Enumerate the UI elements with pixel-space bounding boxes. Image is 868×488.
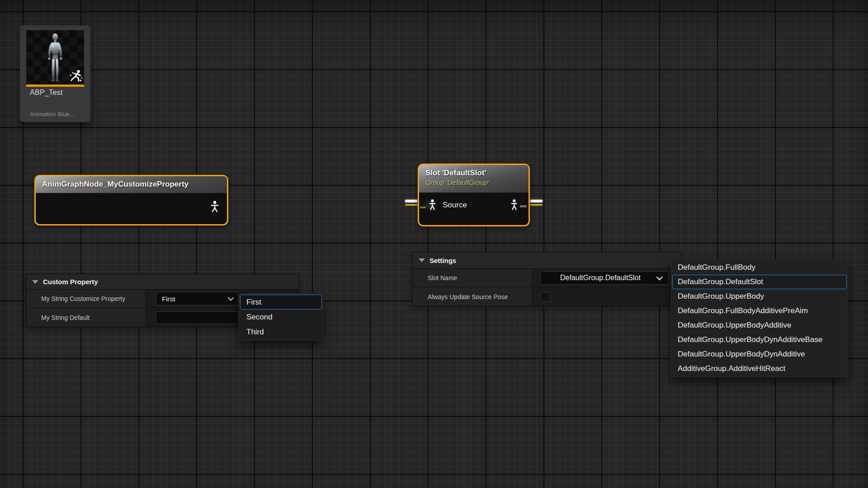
property-row-always-update-source-pose: Always Update Source Pose	[413, 287, 680, 306]
slot-option-selected[interactable]: DefaultGroup.DefaultSlot	[672, 275, 847, 289]
output-pin-nub	[520, 205, 527, 207]
settings-panel-header[interactable]: Settings	[413, 252, 680, 269]
always-update-source-pose-checkbox[interactable]	[540, 292, 550, 302]
asset-type-label: Animation Blue…	[30, 111, 84, 117]
custom-property-panel-header[interactable]: Custom Property	[26, 274, 298, 290]
property-label: My String Default	[26, 308, 146, 327]
pose-wire-right	[528, 200, 542, 202]
source-input-pin[interactable]	[429, 199, 436, 211]
asset-class-color-bar	[26, 84, 84, 87]
node-slot-defaultslot[interactable]: Slot 'DefaultSlot' Group 'DefaultGroup' …	[418, 164, 530, 226]
node-title-bar[interactable]: AnimGraphNode_MyCustomizeProperty	[36, 176, 227, 193]
anim-blueprint-runner-icon	[69, 69, 83, 83]
combo-value: First	[162, 295, 175, 303]
property-label: Always Update Source Pose	[413, 287, 532, 306]
asset-thumbnail	[26, 30, 84, 84]
settings-panel: Settings Slot Name DefaultGroup.DefaultS…	[412, 252, 681, 306]
slot-option[interactable]: DefaultGroup.UpperBodyAdditive	[672, 318, 847, 333]
chevron-down-icon	[656, 277, 663, 281]
asset-card-abp-test[interactable]: ABP_Test Animation Blue…	[20, 25, 90, 122]
menu-item-third[interactable]: Third	[240, 324, 322, 339]
pose-wire-right-highlight	[528, 204, 542, 206]
source-pin-label: Source	[443, 201, 467, 210]
canvas-vignette	[0, 0, 868, 488]
slot-option[interactable]: DefaultGroup.UpperBodyDynAdditiveBase	[672, 333, 847, 347]
node-anim-graph-custom-property[interactable]: AnimGraphNode_MyCustomizeProperty	[34, 175, 228, 225]
menu-item-second[interactable]: Second	[240, 310, 322, 324]
chevron-down-icon	[228, 297, 234, 301]
combo-value: DefaultGroup.DefaultSlot	[560, 274, 641, 282]
pose-output-pin[interactable]	[210, 201, 219, 213]
slot-option[interactable]: DefaultGroup.FullBodyAdditivePreAim	[672, 304, 847, 318]
panel-header-label: Settings	[429, 257, 456, 264]
property-row-slot-name: Slot Name DefaultGroup.DefaultSlot	[413, 269, 680, 287]
node-title: AnimGraphNode_MyCustomizeProperty	[42, 180, 221, 189]
pose-output-pin[interactable]	[511, 199, 518, 211]
input-pin-nub	[420, 206, 426, 208]
expander-arrow-icon[interactable]	[419, 258, 425, 262]
node-subtitle: Group 'DefaultGroup'	[425, 178, 522, 186]
node-title: Slot 'DefaultSlot'	[425, 169, 522, 178]
slot-option[interactable]: AdditiveGroup.AdditiveHitReact	[672, 361, 847, 376]
my-string-default-input[interactable]	[156, 311, 239, 324]
panel-header-label: Custom Property	[43, 278, 98, 286]
menu-item-first[interactable]: First	[240, 295, 322, 310]
animgraph-canvas[interactable]: ABP_Test Animation Blue… AnimGraphNode_M…	[0, 0, 868, 488]
asset-title: ABP_Test	[30, 89, 84, 97]
slot-pin-row: Source	[419, 199, 528, 213]
slot-option[interactable]: DefaultGroup.FullBody	[672, 260, 847, 275]
node-title-bar[interactable]: Slot 'DefaultSlot' Group 'DefaultGroup'	[419, 165, 528, 193]
property-label: Slot Name	[413, 269, 532, 287]
expander-arrow-icon[interactable]	[32, 280, 38, 284]
slot-option[interactable]: DefaultGroup.UpperBodyDynAdditive	[672, 347, 847, 361]
mannequin-figure-icon	[39, 33, 71, 84]
slot-name-dropdown-menu: DefaultGroup.FullBody DefaultGroup.Defau…	[671, 259, 848, 377]
slot-option[interactable]: DefaultGroup.UpperBody	[672, 289, 847, 304]
enum-dropdown-menu: First Second Third	[239, 293, 323, 341]
property-label: My String Customize Property	[26, 290, 146, 308]
my-string-customize-combo[interactable]: First	[156, 292, 239, 305]
slot-name-combo[interactable]: DefaultGroup.DefaultSlot	[540, 271, 669, 285]
